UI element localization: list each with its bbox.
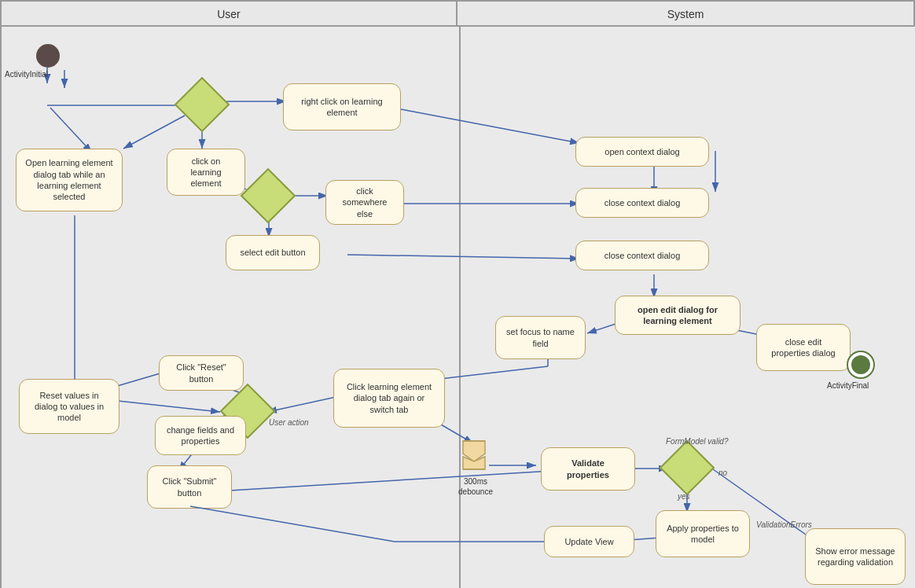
validation-errors-label: ValidationErrors bbox=[756, 520, 812, 529]
user-lane-header: User bbox=[2, 2, 458, 25]
activity-final-label: ActivityFinal bbox=[827, 380, 869, 391]
right-click-learning-element-node: right click on learning element bbox=[283, 83, 401, 130]
set-focus-name-node: set focus to name field bbox=[495, 316, 586, 359]
validate-properties-node: Validate properties bbox=[541, 447, 635, 491]
open-learning-dialog-node: Open learning element dialog tab while a… bbox=[16, 149, 123, 211]
diamond2 bbox=[241, 168, 296, 224]
arrows-layer bbox=[2, 27, 915, 588]
lane-divider bbox=[459, 27, 461, 588]
change-fields-node: change fields and properties bbox=[155, 416, 246, 455]
svg-line-26 bbox=[230, 471, 552, 491]
diamond4 bbox=[660, 440, 715, 496]
hourglass-icon bbox=[460, 439, 488, 471]
svg-line-21 bbox=[267, 396, 340, 412]
click-somewhere-else-node: click somewhere else bbox=[325, 180, 404, 225]
content-area: ActivityInitial Open learning element di… bbox=[2, 27, 915, 588]
debounce-label: 300ms debounce bbox=[448, 476, 503, 497]
click-learning-dialog-again-node: Click learning element dialog tab again … bbox=[333, 369, 445, 428]
svg-line-14 bbox=[347, 255, 579, 259]
svg-line-8 bbox=[123, 116, 185, 149]
arrows-layer2 bbox=[2, 27, 915, 588]
diamond2-wrapper bbox=[247, 175, 289, 217]
final-node-inner bbox=[851, 355, 870, 374]
close-context-dialog2-node: close context dialog bbox=[575, 241, 709, 270]
svg-line-2 bbox=[50, 108, 92, 153]
diamond1 bbox=[175, 77, 230, 133]
initial-node bbox=[36, 44, 60, 68]
user-action-label: User action bbox=[269, 418, 309, 427]
show-error-node: Show error message regarding validation bbox=[805, 528, 906, 585]
swim-lane-header: User System bbox=[2, 2, 913, 27]
formmodel-label: FormModel valid? bbox=[666, 437, 728, 446]
activity-initial-label: ActivityInitial bbox=[5, 69, 48, 79]
diamond1-wrapper bbox=[181, 83, 223, 126]
select-edit-button-node: select edit button bbox=[226, 235, 320, 270]
diagram-container: User System bbox=[0, 0, 915, 588]
close-edit-dialog-node: close edit properties dialog bbox=[756, 324, 851, 371]
open-edit-dialog-node: open edit dialog for learning element bbox=[615, 296, 740, 335]
click-reset-node: Click "Reset" button bbox=[159, 355, 244, 391]
system-lane-header: System bbox=[458, 2, 913, 25]
close-context-dialog1-node: close context dialog bbox=[575, 188, 709, 218]
update-view-node: Update View bbox=[544, 526, 634, 557]
no-label: no bbox=[718, 469, 727, 477]
svg-line-9 bbox=[401, 109, 579, 143]
final-node bbox=[847, 351, 875, 379]
reset-values-node: Reset values in dialog to values in mode… bbox=[19, 379, 119, 434]
svg-line-43 bbox=[190, 506, 395, 542]
apply-properties-node: Apply properties to model bbox=[656, 510, 750, 557]
click-learning-element-node: click on learning element bbox=[167, 149, 245, 196]
yes-label: yes bbox=[678, 492, 690, 501]
diamond4-wrapper bbox=[666, 447, 708, 489]
open-context-dialog-node: open context dialog bbox=[575, 137, 709, 167]
click-submit-node: Click "Submit" button bbox=[147, 465, 232, 509]
